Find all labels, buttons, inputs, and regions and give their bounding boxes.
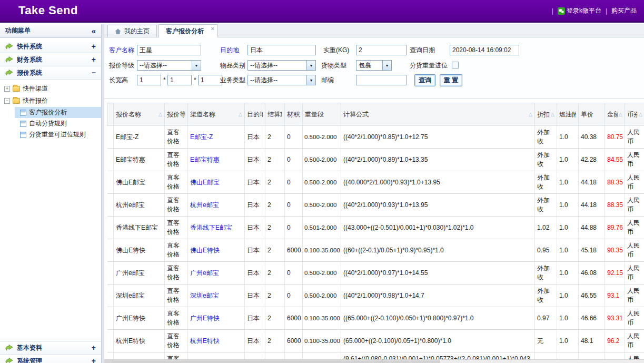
channel-link[interactable]: 佛山E邮宝	[190, 179, 220, 186]
column-header-formula[interactable]: 计算公式△	[341, 103, 535, 126]
tree-leaf-label: 客户报价分析	[29, 108, 67, 117]
expand-plus-icon[interactable]: +	[92, 357, 96, 363]
split-weight-rounding-checkbox[interactable]	[452, 62, 459, 68]
expander-minus-icon[interactable]: −	[4, 98, 10, 104]
channel-link[interactable]: 杭州E特快	[190, 337, 220, 345]
column-label: 重量段	[305, 110, 324, 119]
horizontal-scrollbar[interactable]	[104, 359, 644, 363]
expand-plus-icon[interactable]: +	[92, 42, 96, 51]
tree-leaf-split-weight-rounding-rules[interactable]: 分货重量可进位规则	[15, 129, 101, 140]
tree-node-express-quote[interactable]: − 快件报价	[0, 95, 101, 107]
channel-link[interactable]: E邮宝-Z	[190, 133, 213, 141]
sort-icon[interactable]: △	[618, 112, 622, 117]
close-tab-icon[interactable]: ×	[211, 26, 214, 31]
table-row[interactable]: 深圳e邮宝直客价格深圳e邮宝日本200.500-2.000((40*2/1.00…	[107, 284, 644, 307]
item-category-select[interactable]: --请选择-- ▼	[247, 60, 316, 71]
tab-my-homepage[interactable]: 我的主页	[107, 25, 157, 37]
cell-channel[interactable]: 佛山E邮宝	[188, 171, 245, 194]
tree-leaf-customer-quote-analysis[interactable]: 客户报价分析	[15, 107, 101, 118]
table-row[interactable]: 杭州E特快直客价格杭州E特快日本260000.100-35.000(65.000…	[107, 330, 644, 352]
column-label: 燃油附加	[559, 110, 576, 119]
reset-button[interactable]: 重 置	[440, 74, 462, 86]
column-header-name[interactable]: 报价名称△	[114, 103, 165, 126]
sidebar-section-quote-system[interactable]: 报价系统 −	[0, 66, 101, 80]
cell-settle: 2	[265, 217, 285, 239]
width-input[interactable]: 1	[167, 75, 192, 85]
search-button[interactable]: 查询	[414, 74, 435, 86]
table-row[interactable]: 杭州e邮宝直客价格杭州e邮宝日本200.500-2.000((40*2/1.00…	[107, 194, 644, 217]
cell-channel[interactable]: E邮宝-Z	[188, 126, 245, 149]
cell-channel[interactable]: E邮宝特惠	[188, 149, 245, 171]
sort-icon[interactable]: △	[638, 112, 642, 117]
business-type-select[interactable]: --请选择-- ▼	[247, 75, 316, 85]
green-arrow-icon	[5, 56, 13, 63]
buy-product-link[interactable]: 购买产品	[611, 6, 637, 15]
cell-channel[interactable]: 杭州e邮宝	[188, 194, 245, 217]
sort-icon[interactable]: △	[528, 112, 532, 117]
dropdown-arrow-icon[interactable]: ▼	[306, 61, 315, 70]
height-input[interactable]: 1	[198, 75, 222, 85]
postcode-input[interactable]	[356, 75, 407, 85]
dropdown-arrow-icon[interactable]: ▼	[192, 61, 201, 70]
sort-icon[interactable]: △	[237, 112, 242, 117]
collapse-sidebar-icon[interactable]: «	[92, 26, 96, 35]
cargo-type-select[interactable]: 包裹 ▼	[356, 60, 392, 71]
cell-channel[interactable]: 广州e邮宝	[188, 262, 245, 284]
cell-unit: 46.66	[579, 307, 605, 330]
column-header-level: 报价等级	[165, 103, 188, 126]
cell-fuel: 1.0	[557, 262, 579, 284]
cell-formula: ((60+((2-0.1)/0.05+1)*0.9)*0.95)*1.0	[341, 239, 535, 262]
collapse-minus-icon[interactable]: −	[92, 68, 96, 77]
column-header-channel[interactable]: 渠道名称△	[188, 103, 245, 126]
cell-range: 0.100-35.000	[303, 307, 341, 330]
expand-plus-icon[interactable]: +	[92, 55, 96, 64]
tree-node-express-channel[interactable]: + 快件渠道	[0, 83, 101, 95]
quote-level-select[interactable]: --请选择-- ▼	[137, 60, 201, 71]
scrollbar-button[interactable]	[104, 360, 113, 363]
cell-channel[interactable]: 香港线下E邮宝	[188, 217, 245, 239]
tree-leaf-auto-split-rules[interactable]: 自动分货规则	[15, 118, 101, 129]
sort-icon[interactable]: △	[550, 112, 554, 117]
table-row[interactable]: 香港线下E邮宝直客价格香港线下E邮宝日本200.501-2.000((43.00…	[107, 217, 644, 239]
cell-channel[interactable]: 杭州E特快	[188, 330, 245, 352]
sidebar-section-basic-data[interactable]: 基本资料 +	[0, 341, 101, 355]
channel-link[interactable]: 香港线下E邮宝	[190, 224, 232, 231]
customer-name-input[interactable]: 王星	[137, 45, 201, 55]
cell-amount: 90.35	[605, 239, 625, 262]
dropdown-arrow-icon[interactable]: ▼	[306, 75, 315, 85]
sidebar-section-express-system[interactable]: 快件系统 +	[0, 40, 101, 53]
cell-currency: 人民币	[625, 171, 644, 194]
channel-link[interactable]: 广州E特快	[190, 315, 220, 322]
actual-weight-input[interactable]: 2	[356, 45, 407, 55]
channel-link[interactable]: 广州e邮宝	[190, 269, 219, 277]
cell-channel[interactable]: 佛山E特快	[188, 239, 245, 262]
column-header-discount[interactable]: 折扣△	[535, 103, 557, 126]
sidebar-section-system-management[interactable]: 系统管理 +	[0, 355, 101, 363]
cell-sel	[107, 284, 114, 307]
login-kwei-link[interactable]: 登录k微平台	[558, 6, 601, 15]
column-header-currency[interactable]: 币别△	[625, 103, 644, 126]
sort-icon[interactable]: △	[157, 112, 162, 117]
table-row[interactable]: E邮宝特惠直客价格E邮宝特惠日本200.500-2.000((40*2/1.00…	[107, 149, 644, 171]
channel-link[interactable]: E邮宝特惠	[190, 156, 220, 163]
sidebar-section-finance-system[interactable]: 财务系统 +	[0, 53, 101, 66]
length-input[interactable]: 1	[137, 75, 161, 85]
destination-input[interactable]: 日本	[247, 45, 316, 55]
cell-channel[interactable]: 深圳e邮宝	[188, 284, 245, 307]
column-header-amount[interactable]: 金额△	[605, 103, 625, 126]
cell-channel[interactable]: 广州E特快	[188, 307, 245, 330]
expander-plus-icon[interactable]: +	[4, 86, 10, 92]
expand-plus-icon[interactable]: +	[92, 344, 96, 352]
channel-link[interactable]: 深圳e邮宝	[190, 292, 219, 299]
query-date-input[interactable]: 2020-08-14 16:09:02	[450, 45, 519, 55]
scrollbar-thumb[interactable]	[113, 360, 440, 363]
table-row[interactable]: 广州e邮宝直客价格广州e邮宝日本200.500-2.000((40*2/1.00…	[107, 262, 644, 284]
table-row[interactable]: 佛山E邮宝直客价格佛山E邮宝日本200.500-2.000((40.000*2/…	[107, 171, 644, 194]
table-row[interactable]: E邮宝-Z直客价格E邮宝-Z日本200.500-2.000((40*2/1.00…	[107, 126, 644, 149]
dropdown-arrow-icon[interactable]: ▼	[382, 61, 391, 70]
table-row[interactable]: 佛山E特快直客价格佛山E特快日本260000.100-35.000((60+((…	[107, 239, 644, 262]
channel-link[interactable]: 佛山E特快	[190, 247, 220, 254]
channel-link[interactable]: 杭州e邮宝	[190, 201, 219, 209]
tab-customer-quote-analysis[interactable]: 客户报价分析 ×	[158, 24, 218, 37]
table-row[interactable]: 广州E特快直客价格广州E特快日本260000.100-35.000((65.00…	[107, 307, 644, 330]
